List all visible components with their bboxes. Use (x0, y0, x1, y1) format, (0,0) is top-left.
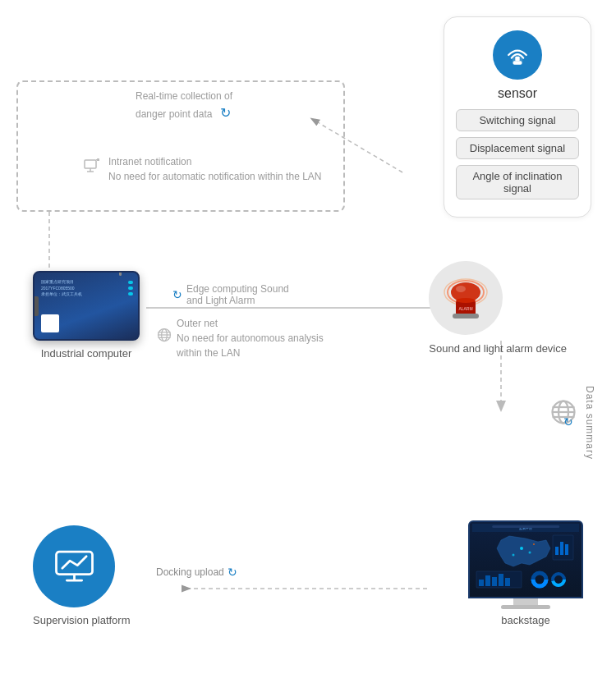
backstage-device: 监测平台 (468, 520, 583, 626)
svg-rect-33 (472, 524, 579, 532)
svg-point-38 (533, 543, 535, 545)
outer-net-section: Outer net No need for autonomous analysi… (156, 316, 324, 360)
dashboard-svg: 监测平台 (472, 524, 579, 596)
sensor-box: sensor Switching signal Displacement sig… (444, 16, 591, 218)
svg-rect-47 (499, 574, 503, 586)
svg-point-36 (529, 551, 531, 553)
alarm-device: ALARM Sound and light alarm device (429, 261, 567, 356)
wifi-sensor-icon (503, 40, 532, 70)
chart-icon (52, 544, 97, 589)
svg-rect-44 (479, 580, 484, 586)
svg-rect-46 (492, 577, 497, 586)
svg-point-26 (456, 286, 466, 292)
svg-rect-13 (97, 158, 99, 161)
supervision-platform: Supervision platform (33, 525, 131, 626)
device-qr (41, 314, 59, 332)
industrial-computer: 国家重点研究项目2017YFC0805500承担单位：武汉工兵机 Industr… (33, 271, 140, 360)
switching-signal: Switching signal (456, 109, 579, 131)
svg-marker-5 (496, 401, 506, 412)
sensor-icon (493, 30, 542, 80)
device-image: 国家重点研究项目2017YFC0805500承担单位：武汉工兵机 (33, 271, 140, 341)
outer-net-label2: No need for autonomous analysiswithin th… (177, 331, 324, 360)
displacement-signal: Displacement signal (456, 137, 579, 159)
device-led (128, 281, 133, 296)
realtime-text: Real-time collection ofdanger point data (136, 90, 232, 120)
refresh-icon-edge: ↻ (172, 288, 182, 301)
screen-content: 监测平台 (470, 522, 582, 597)
backstage-screen: 监测平台 (468, 520, 583, 598)
antenna (119, 271, 122, 276)
svg-rect-25 (453, 314, 479, 319)
device-port (34, 296, 39, 316)
svg-rect-41 (560, 542, 563, 555)
intranet-section: Intranet notification No need for automa… (82, 154, 321, 184)
supervision-icon-circle (33, 525, 115, 607)
alarm-label: Sound and light alarm device (429, 341, 567, 356)
svg-rect-48 (505, 578, 510, 586)
svg-text:ALARM: ALARM (459, 306, 473, 311)
monitor-stand (513, 598, 538, 605)
outer-net-label1: Outer net (177, 316, 324, 331)
supervision-label: Supervision platform (33, 614, 131, 626)
svg-point-37 (513, 553, 515, 556)
svg-point-24 (456, 298, 476, 303)
backstage-label: backstage (468, 614, 583, 626)
docking-label: Docking upload (156, 566, 224, 578)
svg-rect-42 (565, 544, 568, 555)
svg-rect-40 (555, 547, 559, 555)
alarm-circle: ALARM (429, 261, 503, 335)
monitor-base (501, 605, 550, 609)
device-text: 国家重点研究项目2017YFC0805500承担单位：武汉工兵机 (41, 279, 82, 298)
svg-point-35 (520, 547, 523, 550)
diagram: sensor Switching signal Displacement sig… (0, 0, 616, 692)
angle-signal: Angle of inclination signal (456, 165, 579, 199)
intranet-label: Intranet notification No need for automa… (108, 154, 321, 184)
docking-upload-section: Docking upload ↻ (156, 566, 237, 579)
refresh-icon-docking: ↻ (228, 566, 237, 579)
refresh-icon-datasummary: ↻ (563, 415, 573, 428)
svg-text:监测平台: 监测平台 (519, 526, 532, 530)
sensor-title: sensor (498, 86, 537, 101)
edge-label: Edge computing Soundand Light Alarm (186, 283, 289, 306)
industrial-label: Industrial computer (33, 347, 140, 360)
realtime-label: Real-time collection ofdanger point data… (136, 89, 232, 123)
svg-rect-10 (85, 160, 96, 168)
svg-rect-9 (513, 57, 523, 65)
svg-rect-45 (485, 575, 490, 586)
edge-computing-section: ↻ Edge computing Soundand Light Alarm (172, 283, 289, 306)
globe-icon-outer (156, 327, 172, 350)
data-summary-label: Data summary (584, 386, 595, 460)
refresh-icon-realtime: ↻ (220, 106, 231, 120)
intranet-icon (82, 156, 102, 181)
alarm-light-svg: ALARM (441, 269, 490, 327)
